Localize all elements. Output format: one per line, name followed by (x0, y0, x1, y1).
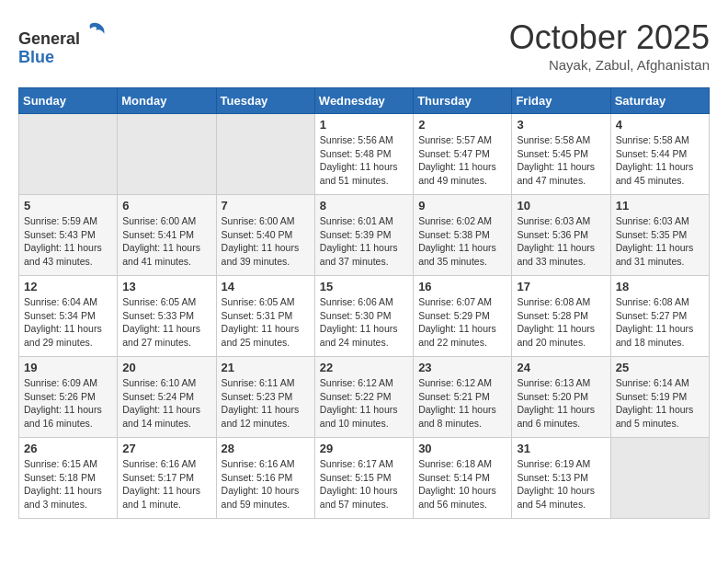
day-info: Sunrise: 6:01 AMSunset: 5:39 PMDaylight:… (320, 214, 408, 269)
calendar-cell: 24Sunrise: 6:13 AMSunset: 5:20 PMDayligh… (512, 357, 610, 438)
calendar-week-5: 26Sunrise: 6:15 AMSunset: 5:18 PMDayligh… (19, 438, 710, 519)
day-info: Sunrise: 6:10 AMSunset: 5:24 PMDaylight:… (122, 376, 210, 431)
calendar-cell: 5Sunrise: 5:59 AMSunset: 5:43 PMDaylight… (19, 195, 118, 276)
weekday-header-saturday: Saturday (610, 88, 709, 114)
title-block: October 2025 Nayak, Zabul, Afghanistan (509, 18, 710, 73)
calendar-cell: 8Sunrise: 6:01 AMSunset: 5:39 PMDaylight… (314, 195, 413, 276)
day-info: Sunrise: 6:09 AMSunset: 5:26 PMDaylight:… (24, 376, 112, 431)
day-number: 8 (320, 199, 408, 213)
weekday-header-thursday: Thursday (414, 88, 512, 114)
calendar-cell: 6Sunrise: 6:00 AMSunset: 5:41 PMDaylight… (118, 195, 216, 276)
day-number: 21 (222, 361, 310, 374)
day-number: 6 (122, 199, 210, 213)
calendar-cell: 3Sunrise: 5:58 AMSunset: 5:45 PMDaylight… (512, 114, 610, 195)
page-header: General Blue October 2025 Nayak, Zabul, … (18, 18, 710, 73)
day-number: 18 (616, 280, 704, 293)
day-number: 1 (320, 118, 408, 132)
calendar-cell: 27Sunrise: 6:16 AMSunset: 5:17 PMDayligh… (118, 438, 216, 519)
calendar-cell: 15Sunrise: 6:06 AMSunset: 5:30 PMDayligh… (314, 276, 413, 357)
day-number: 5 (24, 199, 112, 213)
calendar-header: SundayMondayTuesdayWednesdayThursdayFrid… (19, 88, 710, 114)
weekday-header-friday: Friday (512, 88, 610, 114)
day-number: 29 (320, 442, 408, 455)
location: Nayak, Zabul, Afghanistan (509, 57, 710, 73)
day-number: 10 (517, 199, 605, 213)
calendar-cell: 19Sunrise: 6:09 AMSunset: 5:26 PMDayligh… (19, 357, 118, 438)
calendar-cell: 17Sunrise: 6:08 AMSunset: 5:28 PMDayligh… (512, 276, 610, 357)
logo-blue: Blue (18, 48, 54, 66)
day-info: Sunrise: 5:58 AMSunset: 5:45 PMDaylight:… (517, 133, 605, 188)
day-info: Sunrise: 6:18 AMSunset: 5:14 PMDaylight:… (418, 457, 506, 511)
day-info: Sunrise: 6:00 AMSunset: 5:40 PMDaylight:… (222, 214, 310, 269)
day-info: Sunrise: 6:16 AMSunset: 5:16 PMDaylight:… (222, 457, 310, 511)
day-number: 26 (24, 442, 112, 455)
calendar-cell: 9Sunrise: 6:02 AMSunset: 5:38 PMDaylight… (414, 195, 512, 276)
day-info: Sunrise: 5:58 AMSunset: 5:44 PMDaylight:… (616, 133, 704, 188)
calendar-cell (19, 114, 118, 195)
calendar-cell: 11Sunrise: 6:03 AMSunset: 5:35 PMDayligh… (610, 195, 709, 276)
weekday-header-wednesday: Wednesday (314, 88, 413, 114)
day-info: Sunrise: 6:16 AMSunset: 5:17 PMDaylight:… (122, 457, 210, 511)
day-number: 22 (320, 361, 408, 374)
day-info: Sunrise: 6:04 AMSunset: 5:34 PMDaylight:… (24, 295, 112, 350)
day-info: Sunrise: 6:02 AMSunset: 5:38 PMDaylight:… (418, 214, 506, 269)
calendar-week-4: 19Sunrise: 6:09 AMSunset: 5:26 PMDayligh… (19, 357, 710, 438)
calendar-cell: 16Sunrise: 6:07 AMSunset: 5:29 PMDayligh… (414, 276, 512, 357)
calendar-cell: 28Sunrise: 6:16 AMSunset: 5:16 PMDayligh… (216, 438, 314, 519)
day-info: Sunrise: 6:19 AMSunset: 5:13 PMDaylight:… (517, 457, 605, 511)
calendar-cell: 29Sunrise: 6:17 AMSunset: 5:15 PMDayligh… (314, 438, 413, 519)
day-number: 19 (24, 361, 112, 374)
day-number: 2 (418, 118, 506, 132)
calendar-cell: 18Sunrise: 6:08 AMSunset: 5:27 PMDayligh… (610, 276, 709, 357)
day-info: Sunrise: 6:14 AMSunset: 5:19 PMDaylight:… (616, 376, 704, 431)
calendar-cell: 22Sunrise: 6:12 AMSunset: 5:22 PMDayligh… (314, 357, 413, 438)
calendar-cell: 20Sunrise: 6:10 AMSunset: 5:24 PMDayligh… (118, 357, 216, 438)
calendar-cell: 4Sunrise: 5:58 AMSunset: 5:44 PMDaylight… (610, 114, 709, 195)
calendar-cell: 10Sunrise: 6:03 AMSunset: 5:36 PMDayligh… (512, 195, 610, 276)
day-info: Sunrise: 5:57 AMSunset: 5:47 PMDaylight:… (418, 133, 506, 188)
day-info: Sunrise: 6:05 AMSunset: 5:33 PMDaylight:… (122, 295, 210, 350)
day-info: Sunrise: 6:11 AMSunset: 5:23 PMDaylight:… (222, 376, 310, 431)
day-number: 25 (616, 361, 704, 374)
day-info: Sunrise: 6:13 AMSunset: 5:20 PMDaylight:… (517, 376, 605, 431)
calendar-cell: 1Sunrise: 5:56 AMSunset: 5:48 PMDaylight… (314, 114, 413, 195)
day-info: Sunrise: 6:00 AMSunset: 5:41 PMDaylight:… (122, 214, 210, 269)
day-info: Sunrise: 6:07 AMSunset: 5:29 PMDaylight:… (418, 295, 506, 350)
calendar-cell (610, 438, 709, 519)
day-number: 27 (122, 442, 210, 455)
calendar-cell: 12Sunrise: 6:04 AMSunset: 5:34 PMDayligh… (19, 276, 118, 357)
day-number: 14 (222, 280, 310, 293)
day-number: 15 (320, 280, 408, 293)
day-number: 11 (616, 199, 704, 213)
calendar-body: 1Sunrise: 5:56 AMSunset: 5:48 PMDaylight… (19, 114, 710, 519)
day-number: 28 (222, 442, 310, 455)
day-number: 30 (418, 442, 506, 455)
day-info: Sunrise: 6:17 AMSunset: 5:15 PMDaylight:… (320, 457, 408, 511)
calendar-week-2: 5Sunrise: 5:59 AMSunset: 5:43 PMDaylight… (19, 195, 710, 276)
day-number: 12 (24, 280, 112, 293)
calendar-cell (216, 114, 314, 195)
day-info: Sunrise: 6:03 AMSunset: 5:35 PMDaylight:… (616, 214, 704, 269)
calendar-cell: 23Sunrise: 6:12 AMSunset: 5:21 PMDayligh… (414, 357, 512, 438)
day-number: 24 (517, 361, 605, 374)
calendar-cell: 21Sunrise: 6:11 AMSunset: 5:23 PMDayligh… (216, 357, 314, 438)
calendar-week-3: 12Sunrise: 6:04 AMSunset: 5:34 PMDayligh… (19, 276, 710, 357)
day-number: 4 (616, 118, 704, 132)
calendar-cell: 7Sunrise: 6:00 AMSunset: 5:40 PMDaylight… (216, 195, 314, 276)
calendar-cell: 13Sunrise: 6:05 AMSunset: 5:33 PMDayligh… (118, 276, 216, 357)
logo: General Blue (18, 18, 108, 67)
day-number: 16 (418, 280, 506, 293)
day-info: Sunrise: 6:15 AMSunset: 5:18 PMDaylight:… (24, 457, 112, 511)
month-title: October 2025 (509, 18, 710, 57)
day-number: 20 (122, 361, 210, 374)
day-info: Sunrise: 5:56 AMSunset: 5:48 PMDaylight:… (320, 133, 408, 188)
calendar-cell: 14Sunrise: 6:05 AMSunset: 5:31 PMDayligh… (216, 276, 314, 357)
day-number: 3 (517, 118, 605, 132)
day-number: 7 (222, 199, 310, 213)
weekday-header-tuesday: Tuesday (216, 88, 314, 114)
calendar-cell: 26Sunrise: 6:15 AMSunset: 5:18 PMDayligh… (19, 438, 118, 519)
day-number: 31 (517, 442, 605, 455)
calendar-cell: 25Sunrise: 6:14 AMSunset: 5:19 PMDayligh… (610, 357, 709, 438)
day-info: Sunrise: 6:12 AMSunset: 5:22 PMDaylight:… (320, 376, 408, 431)
calendar-cell: 31Sunrise: 6:19 AMSunset: 5:13 PMDayligh… (512, 438, 610, 519)
